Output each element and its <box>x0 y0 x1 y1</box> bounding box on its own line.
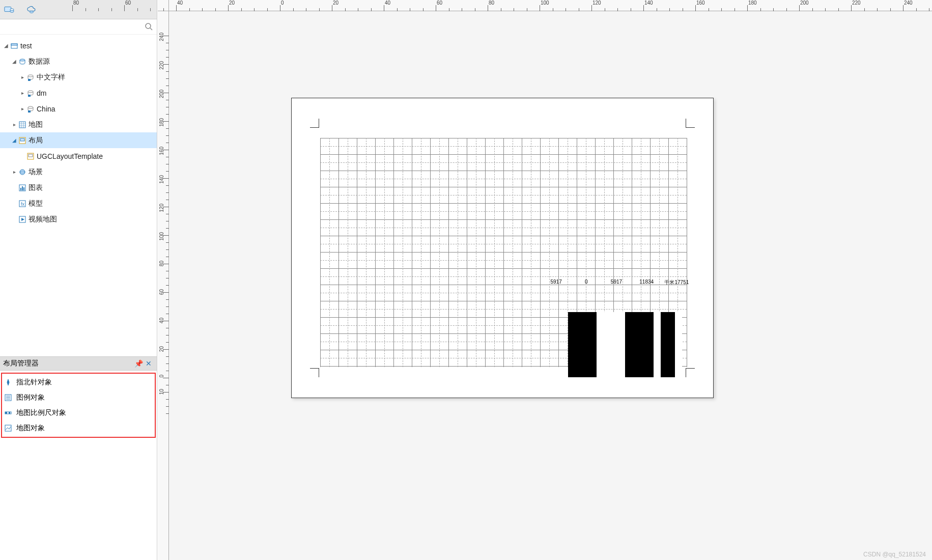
workspace-icon <box>10 42 18 50</box>
scalebar-value: 0 <box>571 279 601 286</box>
compass-icon <box>4 378 12 386</box>
svg-point-3 <box>30 11 33 13</box>
layout-template-icon <box>26 152 35 160</box>
tree-node-label: UGCLayoutTemplate <box>37 152 103 160</box>
svg-rect-36 <box>9 412 10 414</box>
layout-manager-body: 指北针对象 图例对象 地图比例尺对象 地图对象 <box>0 371 157 560</box>
crop-mark <box>686 119 695 128</box>
crop-mark <box>310 119 319 128</box>
tree-layout-item[interactable]: ▸ UGCLayoutTemplate <box>0 148 157 164</box>
expand-icon[interactable]: ◢ <box>10 136 18 145</box>
layout-object-label: 地图对象 <box>16 424 45 433</box>
datasource-icon <box>18 58 26 66</box>
tree-map[interactable]: ▸ 地图 <box>0 117 157 132</box>
tree-node-label: 模型 <box>29 199 43 208</box>
tree-node-label: China <box>37 105 55 113</box>
tree-datasource[interactable]: ◢ 数据源 <box>0 53 157 69</box>
tree-node-label: dm <box>37 89 46 97</box>
ruler-horizontal[interactable]: 8060402002040608010012014016018020022024… <box>169 0 932 11</box>
tree-node-label: test <box>20 42 32 50</box>
model-icon: fx <box>18 200 26 208</box>
crop-mark <box>310 368 319 377</box>
tree-node-label: 地图 <box>29 120 43 129</box>
search-icon[interactable] <box>145 22 154 32</box>
layout-object-label: 图例对象 <box>16 393 45 402</box>
crop-mark <box>686 368 695 377</box>
local-datasource-button[interactable] <box>4 5 14 15</box>
expand-icon[interactable]: ◢ <box>10 58 18 66</box>
map-icon <box>18 121 26 129</box>
svg-rect-17 <box>20 138 24 141</box>
ruler-vertical[interactable]: 24022020018016014012010080604020010 <box>158 11 169 560</box>
scalebar-value: 5917 <box>601 279 631 286</box>
tree-node-label: 图表 <box>29 183 43 192</box>
scalebar-labels: 千米17751 11834 5917 0 5917 <box>540 279 693 286</box>
svg-rect-25 <box>23 187 24 190</box>
svg-rect-15 <box>19 122 25 128</box>
tree-video-map[interactable]: ▸ 视频地图 <box>0 211 157 227</box>
scalebar-value: 千米17751 <box>662 279 692 286</box>
scalebar-object[interactable]: 千米17751 11834 5917 0 5917 <box>540 279 693 286</box>
svg-rect-10 <box>28 79 31 81</box>
svg-rect-23 <box>20 188 21 190</box>
tree-root[interactable]: ◢ test <box>0 38 157 53</box>
scalebar-value: 11834 <box>632 279 662 286</box>
expand-icon[interactable]: ▸ <box>10 121 18 129</box>
workspace-tree[interactable]: ◢ test ◢ 数据源 ▸ 中文字样 ▸ dm ▸ China <box>0 35 157 356</box>
svg-point-13 <box>28 106 33 108</box>
expand-icon[interactable]: ▸ <box>10 168 18 176</box>
svg-point-4 <box>146 23 151 29</box>
scalebar-icon <box>4 409 12 417</box>
svg-rect-19 <box>29 154 33 157</box>
layout-object-label: 指北针对象 <box>16 378 52 387</box>
layout-viewport[interactable]: 千米17751 11834 5917 0 5917 <box>169 11 932 560</box>
watermark: CSDN @qq_52181524 <box>863 551 926 558</box>
tree-model[interactable]: ▸ fx 模型 <box>0 195 157 211</box>
layout-objects-highlight: 指北针对象 图例对象 地图比例尺对象 地图对象 <box>1 373 156 438</box>
svg-rect-24 <box>22 186 23 190</box>
svg-point-11 <box>28 91 33 93</box>
svg-point-20 <box>20 170 25 175</box>
sidebar: ◢ test ◢ 数据源 ▸ 中文字样 ▸ dm ▸ China <box>0 0 157 560</box>
close-icon[interactable]: ✕ <box>144 359 154 368</box>
expand-icon[interactable]: ▸ <box>18 89 26 97</box>
layout-object[interactable]: 地图对象 <box>3 421 154 436</box>
expand-icon[interactable]: ▸ <box>18 105 26 113</box>
panel-title: 布局管理器 <box>3 359 133 368</box>
tree-ds-item[interactable]: ▸ 中文字样 <box>0 69 157 85</box>
layout-object[interactable]: 图例对象 <box>3 390 154 405</box>
map-object-icon <box>4 424 12 432</box>
svg-rect-7 <box>11 44 17 45</box>
layout-icon <box>18 136 26 145</box>
svg-rect-12 <box>28 95 31 97</box>
layout-object[interactable]: 地图比例尺对象 <box>3 405 154 421</box>
svg-point-8 <box>20 59 25 61</box>
layout-object[interactable]: 指北针对象 <box>3 375 154 390</box>
svg-point-9 <box>28 75 33 77</box>
layout-manager-header: 布局管理器 📌 ✕ <box>0 356 157 371</box>
layout-page[interactable]: 千米17751 11834 5917 0 5917 <box>291 98 714 398</box>
tree-layout[interactable]: ◢ 布局 <box>0 132 157 148</box>
layout-object-label: 地图比例尺对象 <box>16 408 66 417</box>
tree-ds-item[interactable]: ▸ dm <box>0 85 157 101</box>
tree-node-label: 视频地图 <box>29 215 57 224</box>
legend-object[interactable] <box>568 312 683 377</box>
scene-icon <box>18 168 26 176</box>
video-icon <box>18 215 26 223</box>
svg-line-5 <box>150 28 152 30</box>
tree-scene[interactable]: ▸ 场景 <box>0 164 157 180</box>
tree-ds-item[interactable]: ▸ China <box>0 101 157 117</box>
svg-rect-14 <box>28 110 31 113</box>
expand-icon[interactable]: ▸ <box>18 73 26 81</box>
tree-chart[interactable]: ▸ 图表 <box>0 180 157 195</box>
pin-icon[interactable]: 📌 <box>133 359 144 368</box>
search-row <box>0 19 157 35</box>
db-icon <box>26 105 35 113</box>
expand-icon[interactable]: ◢ <box>2 42 10 50</box>
tree-node-label: 布局 <box>29 136 43 145</box>
layout-manager-panel: 布局管理器 📌 ✕ 指北针对象 图例对象 地图比例尺对象 <box>0 356 157 560</box>
scalebar-value: 5917 <box>541 279 571 286</box>
cloud-datasource-button[interactable] <box>26 5 37 15</box>
canvas-area: 8060402002040608010012014016018020022024… <box>158 0 932 560</box>
search-input[interactable] <box>3 23 145 31</box>
